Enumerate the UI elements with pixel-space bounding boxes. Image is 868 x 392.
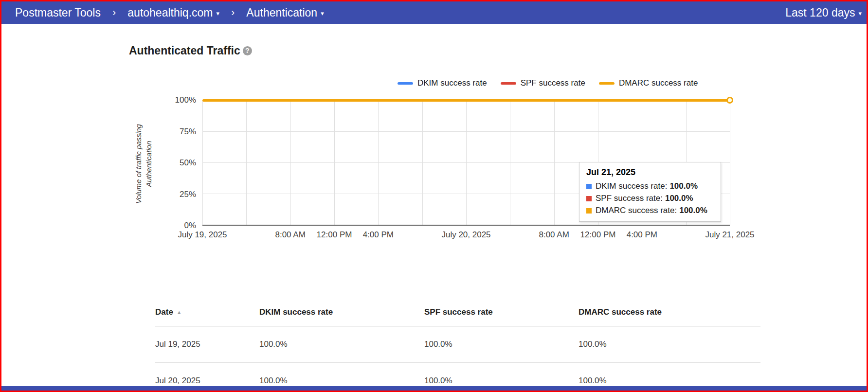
legend-label: SPF success rate (521, 78, 585, 88)
breadcrumb-separator: › (231, 6, 235, 19)
x-axis-label: July 20, 2025 (441, 230, 490, 240)
date-range-label: Last 120 days (785, 6, 855, 19)
y-axis-title-line: Authentication (144, 91, 154, 237)
section-dropdown[interactable]: Authentication ▾ (246, 6, 324, 19)
table-header-dkim[interactable]: DKIM success rate (259, 307, 424, 317)
x-axis-label: 12:00 PM (317, 230, 352, 240)
page-title: Authenticated Traffic (129, 44, 240, 57)
tooltip-date: Jul 21, 2025 (586, 167, 714, 178)
x-axis-label: 4:00 PM (627, 230, 657, 240)
chart-tooltip: Jul 21, 2025 DKIM success rate: 100.0% S… (579, 162, 721, 222)
legend-item-spf: SPF success rate (501, 78, 585, 88)
table-header-label: Date (155, 307, 173, 317)
x-axis-label: 8:00 AM (539, 230, 569, 240)
table-header-label: DMARC success rate (579, 307, 662, 317)
cell-spf: 100.0% (424, 339, 579, 349)
postmaster-tools-page: Postmaster Tools › autohealthiq.com ▾ › … (0, 0, 868, 392)
tooltip-row-dmarc: DMARC success rate: 100.0% (586, 206, 714, 215)
tooltip-value: 100.0% (665, 194, 693, 203)
x-axis-label: 4:00 PM (363, 230, 394, 240)
table-header-dmarc[interactable]: DMARC success rate (579, 307, 760, 317)
tooltip-row-dkim: DKIM success rate: 100.0% (586, 181, 714, 191)
table-header-spf[interactable]: SPF success rate (424, 307, 579, 317)
y-axis-labels: 100% 75% 50% 25% 0% (161, 100, 196, 226)
y-axis-label: 0% (184, 221, 196, 231)
table-row: Jul 19, 2025 100.0% 100.0% 100.0% (155, 326, 760, 362)
gridline-vertical (730, 100, 730, 225)
y-axis-label: 75% (180, 127, 196, 137)
cell-spf: 100.0% (424, 376, 579, 386)
top-bar: Postmaster Tools › autohealthiq.com ▾ › … (1, 1, 867, 24)
bottom-bar (1, 386, 867, 391)
domain-dropdown-label: autohealthiq.com (127, 6, 213, 19)
x-axis-label: July 19, 2025 (178, 230, 227, 240)
y-axis-label: 25% (180, 190, 196, 199)
dmarc-success-line (202, 99, 730, 102)
cell-date: Jul 19, 2025 (155, 339, 259, 349)
section-dropdown-label: Authentication (246, 6, 317, 19)
selected-point-marker[interactable] (726, 97, 733, 104)
sort-ascending-icon: ▲ (177, 309, 182, 315)
cell-dkim: 100.0% (259, 339, 424, 349)
tooltip-label: DMARC success rate: (596, 206, 677, 215)
table-header-label: SPF success rate (424, 307, 493, 317)
tooltip-label: SPF success rate: (596, 194, 663, 203)
dmarc-swatch (586, 208, 592, 214)
y-axis-title: Volume of traffic passing Authentication (133, 91, 155, 237)
dkim-swatch (586, 184, 592, 189)
x-axis-label: 8:00 AM (275, 230, 305, 240)
table-header-label: DKIM success rate (259, 307, 333, 317)
spf-swatch (586, 196, 592, 201)
y-axis-title-line: Volume of traffic passing (133, 91, 144, 237)
legend-label: DMARC success rate (619, 78, 698, 88)
table-header-date[interactable]: Date ▲ (155, 307, 259, 317)
cell-dkim: 100.0% (259, 376, 424, 386)
cell-dmarc: 100.0% (579, 376, 760, 386)
tooltip-label: DKIM success rate: (596, 181, 667, 191)
legend-label: DKIM success rate (417, 78, 487, 88)
date-range-dropdown[interactable]: Last 120 days ▾ (785, 6, 862, 19)
cell-date: Jul 20, 2025 (155, 376, 259, 386)
page-title-row: Authenticated Traffic ? (129, 44, 252, 57)
help-icon[interactable]: ? (243, 46, 252, 55)
dmarc-line-swatch (599, 82, 615, 85)
tooltip-value: 100.0% (679, 206, 707, 215)
y-axis-label: 100% (175, 95, 196, 105)
spf-line-swatch (501, 82, 516, 85)
chart-legend: DKIM success rate SPF success rate DMARC… (398, 78, 698, 88)
chevron-down-icon: ▾ (321, 10, 324, 17)
table-header-row: Date ▲ DKIM success rate SPF success rat… (155, 298, 760, 326)
y-axis-label: 50% (180, 158, 196, 168)
gridline-horizontal (202, 131, 730, 132)
legend-item-dkim: DKIM success rate (398, 78, 487, 88)
app-title[interactable]: Postmaster Tools (15, 6, 101, 19)
legend-item-dmarc: DMARC success rate (599, 78, 698, 88)
tooltip-row-spf: SPF success rate: 100.0% (586, 194, 714, 203)
breadcrumb-separator: › (112, 6, 116, 19)
tooltip-value: 100.0% (669, 181, 698, 191)
dkim-line-swatch (398, 82, 413, 85)
domain-dropdown[interactable]: autohealthiq.com ▾ (127, 6, 219, 19)
chevron-down-icon: ▾ (217, 10, 220, 17)
auth-rates-table: Date ▲ DKIM success rate SPF success rat… (155, 298, 760, 392)
x-axis-labels: July 19, 2025 8:00 AM 12:00 PM 4:00 PM J… (202, 230, 730, 242)
chevron-down-icon: ▾ (858, 10, 862, 17)
x-axis-label: 12:00 PM (580, 230, 616, 240)
cell-dmarc: 100.0% (579, 339, 760, 349)
x-axis-label: July 21, 2025 (705, 230, 754, 240)
